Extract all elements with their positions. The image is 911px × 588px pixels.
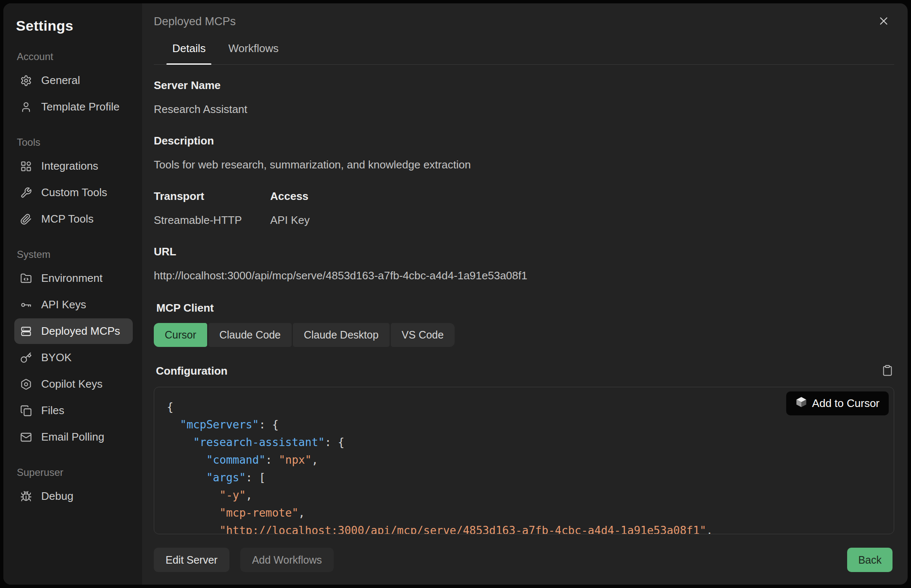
configuration-row: Configuration bbox=[154, 364, 894, 378]
close-icon bbox=[877, 22, 890, 29]
sidebar-item-environment[interactable]: Environment bbox=[14, 265, 133, 291]
panel-title: Deployed MCPs bbox=[154, 15, 236, 28]
sidebar-item-label: Copilot Keys bbox=[41, 378, 103, 391]
transport-label: Transport bbox=[154, 190, 270, 203]
sidebar-section-tools: Tools bbox=[17, 136, 133, 148]
sidebar-item-label: API Keys bbox=[41, 298, 86, 311]
mcp-client-group: CursorClaude CodeClaude DesktopVS Code bbox=[154, 323, 894, 347]
add-to-cursor-label: Add to Cursor bbox=[812, 397, 879, 410]
sidebar-section-superuser: Superuser bbox=[17, 467, 133, 478]
code-line: "http://localhost:3000/api/mcp/serve/485… bbox=[167, 522, 881, 534]
person-icon bbox=[20, 101, 32, 113]
code-line: "research-assistant": { bbox=[167, 433, 881, 451]
sidebar-item-label: Custom Tools bbox=[41, 186, 107, 199]
url-label: URL bbox=[154, 245, 894, 258]
bug-icon bbox=[20, 491, 32, 502]
sidebar-nav: AccountGeneralTemplate ProfileToolsInteg… bbox=[14, 51, 133, 509]
sidebar-item-label: BYOK bbox=[41, 351, 71, 364]
url-value: http://localhost:3000/api/mcp/serve/4853… bbox=[154, 269, 894, 282]
sidebar-item-api-keys[interactable]: API Keys bbox=[14, 292, 133, 318]
mcp-client-vs-code[interactable]: VS Code bbox=[391, 323, 455, 347]
key-round-icon bbox=[20, 299, 32, 311]
code-line: "args": [ bbox=[167, 469, 881, 486]
cursor-cube-icon bbox=[795, 396, 807, 411]
folder-code-icon bbox=[20, 273, 32, 284]
configuration-code-block: { "mcpServers": { "research-assistant": … bbox=[154, 387, 894, 534]
hexagon-icon bbox=[20, 378, 32, 390]
server-name-label: Server Name bbox=[154, 79, 894, 92]
wrench-icon bbox=[20, 187, 32, 199]
description-label: Description bbox=[154, 134, 894, 147]
sidebar-item-integrations[interactable]: Integrations bbox=[14, 153, 133, 179]
add-to-cursor-button[interactable]: Add to Cursor bbox=[786, 391, 889, 415]
code-line: "mcpServers": { bbox=[167, 416, 881, 433]
settings-title: Settings bbox=[16, 18, 133, 34]
sidebar-item-email-polling[interactable]: Email Polling bbox=[14, 424, 133, 450]
mcp-client-claude-desktop[interactable]: Claude Desktop bbox=[293, 323, 390, 347]
sidebar-item-copilot-keys[interactable]: Copilot Keys bbox=[14, 371, 133, 397]
deployed-mcps-panel: Deployed MCPs Details Workflows Server N… bbox=[142, 3, 908, 585]
mail-icon bbox=[20, 431, 32, 443]
mcp-client-label: MCP Client bbox=[156, 302, 894, 315]
sidebar-item-general[interactable]: General bbox=[14, 68, 133, 93]
settings-dialog: Settings AccountGeneralTemplate ProfileT… bbox=[3, 3, 908, 585]
sidebar-item-template-profile[interactable]: Template Profile bbox=[14, 94, 133, 120]
description-value: Tools for web research, summarization, a… bbox=[154, 158, 894, 171]
access-label: Access bbox=[270, 190, 310, 203]
sidebar-item-byok[interactable]: BYOK bbox=[14, 345, 133, 370]
configuration-code: { "mcpServers": { "research-assistant": … bbox=[167, 398, 881, 534]
back-button[interactable]: Back bbox=[847, 548, 893, 572]
sidebar-item-label: General bbox=[41, 74, 80, 87]
copy-icon bbox=[20, 405, 32, 417]
sidebar-section-account: Account bbox=[17, 51, 133, 63]
server-icon bbox=[20, 326, 32, 337]
sidebar-item-label: Integrations bbox=[41, 160, 98, 173]
access-value: API Key bbox=[270, 214, 310, 227]
gear-icon bbox=[20, 75, 32, 87]
transport-value: Streamable-HTTP bbox=[154, 214, 270, 227]
sidebar-section-system: System bbox=[17, 249, 133, 260]
sidebar-item-debug[interactable]: Debug bbox=[14, 483, 133, 509]
edit-server-button[interactable]: Edit Server bbox=[154, 548, 229, 572]
copy-config-button[interactable] bbox=[882, 364, 893, 378]
clipboard-icon bbox=[882, 372, 893, 378]
code-line: { bbox=[167, 398, 881, 416]
add-workflows-button[interactable]: Add Workflows bbox=[240, 548, 334, 572]
sidebar-item-label: Email Polling bbox=[41, 430, 104, 444]
tab-bar: Details Workflows bbox=[154, 42, 894, 65]
paperclip-icon bbox=[20, 213, 32, 225]
close-button[interactable] bbox=[877, 14, 891, 29]
transport-access-row: Transport Streamable-HTTP Access API Key bbox=[154, 171, 894, 227]
key-icon bbox=[20, 352, 32, 364]
mcp-client-claude-code[interactable]: Claude Code bbox=[208, 323, 292, 347]
configuration-label: Configuration bbox=[156, 365, 227, 378]
sidebar-item-label: Environment bbox=[41, 272, 103, 285]
code-line: "-y", bbox=[167, 486, 881, 504]
sidebar-item-label: Deployed MCPs bbox=[41, 325, 120, 338]
mcp-client-cursor[interactable]: Cursor bbox=[154, 323, 207, 347]
sidebar-item-label: Debug bbox=[41, 490, 74, 503]
sidebar-item-mcp-tools[interactable]: MCP Tools bbox=[14, 206, 133, 232]
code-line: "command": "npx", bbox=[167, 451, 881, 469]
sidebar-item-label: Template Profile bbox=[41, 100, 119, 113]
server-name-value: Research Assistant bbox=[154, 103, 894, 116]
dialog-footer: Edit Server Add Workflows Back bbox=[154, 534, 894, 572]
sidebar-item-label: MCP Tools bbox=[41, 213, 94, 226]
panel-header: Deployed MCPs bbox=[154, 14, 894, 29]
sidebar-item-label: Files bbox=[41, 404, 64, 417]
tab-details[interactable]: Details bbox=[166, 42, 211, 64]
settings-sidebar: Settings AccountGeneralTemplate ProfileT… bbox=[3, 3, 142, 585]
blocks-icon bbox=[20, 160, 32, 172]
sidebar-item-deployed-mcps[interactable]: Deployed MCPs bbox=[14, 318, 133, 344]
tab-workflows[interactable]: Workflows bbox=[222, 42, 284, 64]
sidebar-item-custom-tools[interactable]: Custom Tools bbox=[14, 180, 133, 205]
code-line: "mcp-remote", bbox=[167, 504, 881, 522]
sidebar-item-files[interactable]: Files bbox=[14, 398, 133, 423]
